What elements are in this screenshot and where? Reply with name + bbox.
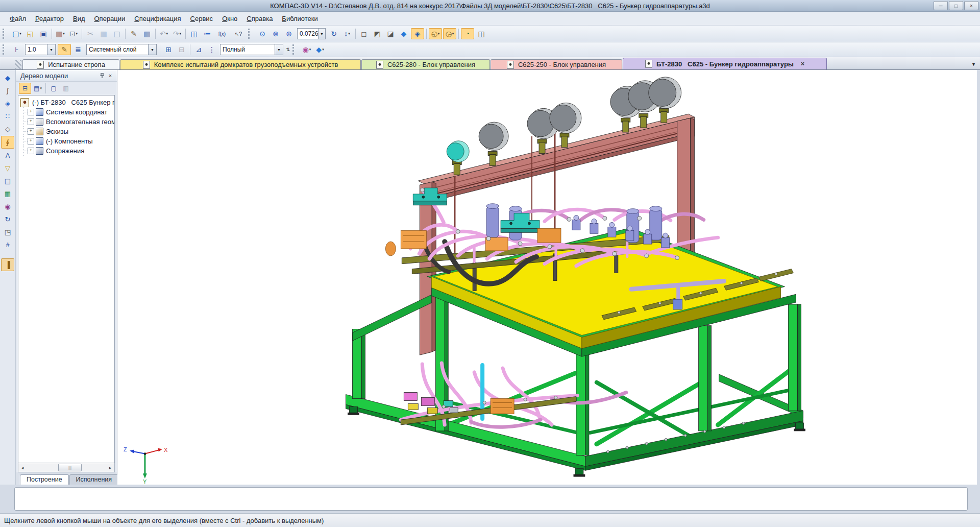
detail-level-combo[interactable]: Полный▼	[220, 44, 283, 55]
tree-horizontal-scrollbar[interactable]: ◂ ||| ▸	[18, 463, 115, 472]
maximize-button[interactable]: □	[949, 1, 963, 10]
tree-composition-button-dropdown-icon[interactable]: ▾	[40, 86, 42, 90]
model-appearance-button-dropdown-icon[interactable]: ▾	[322, 47, 324, 52]
zoom-in-button[interactable]: ⊕	[283, 28, 295, 39]
expand-icon[interactable]: +	[28, 128, 34, 135]
menu-item-4[interactable]: Спецификация	[130, 13, 185, 24]
tree-item-0[interactable]: (-) БТ-2830 С625 Бункер гидроаппаратуры	[20, 98, 114, 107]
new-document-button[interactable]: ▢▾	[11, 28, 23, 39]
specification-icon[interactable]: ▤	[2, 175, 14, 187]
toolbar-grip[interactable]	[3, 44, 8, 55]
toolbar-grip[interactable]	[292, 44, 298, 55]
auxiliary-geometry-icon[interactable]: ◇	[2, 123, 14, 135]
cursor-step-icon[interactable]: ⊦	[11, 44, 23, 55]
copy-button[interactable]: ▥	[97, 28, 110, 39]
minimize-button[interactable]: ─	[934, 1, 948, 10]
reports-icon[interactable]: ▦	[2, 188, 14, 200]
document-tab-4[interactable]: БТ-2830 С625 - Бункер гидроаппаратуры×	[623, 58, 827, 69]
tree-composition-button[interactable]: ▤▾	[32, 83, 43, 93]
layer-groups-button[interactable]: ⊟	[176, 44, 188, 55]
detail-level-combo-dropdown-icon[interactable]: ▼	[275, 44, 283, 55]
quick-planes-button-dropdown-icon[interactable]: ▾	[452, 32, 454, 36]
property-bar[interactable]	[14, 487, 968, 511]
redo-button-dropdown-icon[interactable]: ▾	[180, 32, 182, 36]
menu-item-7[interactable]: Справка	[242, 13, 277, 24]
pin-icon[interactable]	[98, 72, 106, 80]
pan-button[interactable]: ↕▾	[341, 28, 353, 39]
print-preview-button-dropdown-icon[interactable]: ▾	[76, 32, 78, 36]
tree-item-4[interactable]: +(-) Компоненты	[20, 136, 114, 146]
model-appearance-button[interactable]: ◆▾	[314, 44, 326, 55]
variables-button[interactable]: ≔	[201, 28, 213, 39]
properties-report-button[interactable]: ▥	[60, 83, 71, 93]
dimensions-display-button[interactable]: ◫	[475, 28, 487, 39]
current-layer-combo-dropdown-icon[interactable]: ▼	[148, 44, 156, 55]
menu-item-8[interactable]: Библиотеки	[277, 13, 322, 24]
panel-toggle-icon[interactable]: ▐	[1, 258, 14, 271]
shaded-edges-mode-button[interactable]: ◈	[411, 28, 424, 39]
toolbar-grip[interactable]	[3, 29, 8, 39]
cursor-step-combo[interactable]: 1.0▼	[25, 44, 56, 55]
open-document-button[interactable]: ◱	[24, 28, 36, 39]
close-tab-icon[interactable]: ×	[801, 60, 804, 67]
pan-button-dropdown-icon[interactable]: ▾	[348, 32, 350, 36]
close-panel-button[interactable]: ×	[106, 72, 114, 80]
undo-button-dropdown-icon[interactable]: ▾	[166, 32, 168, 36]
context-help-button[interactable]: ↖?	[231, 28, 246, 39]
zoom-auto-button[interactable]: ⊛	[270, 28, 282, 39]
paste-button[interactable]: ▤	[111, 28, 123, 39]
model-viewport[interactable]: X Y Z	[117, 70, 977, 485]
layers-icon[interactable]: ≣	[72, 44, 84, 55]
print-button-dropdown-icon[interactable]: ▾	[63, 32, 65, 36]
orientation-button[interactable]: ◵▾	[429, 28, 442, 39]
current-zoom-combo-dropdown-icon[interactable]: ▼	[318, 29, 325, 39]
placement-button[interactable]: ⊿	[192, 44, 205, 55]
model-display-button[interactable]: ◉▾	[301, 44, 313, 55]
tree-item-5[interactable]: +Сопряжения	[20, 146, 114, 156]
redo-button[interactable]: ↷▾	[171, 28, 183, 39]
hidden-lines-thin-mode-button[interactable]: ◪	[384, 28, 397, 39]
fx-variables-button[interactable]: f(x)	[214, 28, 230, 39]
document-tab-3[interactable]: С625-250 - Блок управления	[491, 59, 622, 69]
current-layer-combo[interactable]: Системный слой▼	[86, 44, 157, 55]
expand-icon[interactable]: +	[28, 148, 34, 154]
sketch-mode-button[interactable]: ✎	[58, 44, 71, 55]
shaded-mode-button[interactable]: ◆	[398, 28, 410, 39]
spatial-curves-icon[interactable]: ∫	[2, 85, 14, 97]
document-tab-0[interactable]: Испытание стропа	[22, 59, 119, 69]
expand-icon[interactable]: +	[28, 118, 34, 125]
model-display-button-dropdown-icon[interactable]: ▾	[309, 47, 311, 52]
print-preview-button[interactable]: ⊡▾	[67, 28, 80, 39]
orientation-button-dropdown-icon[interactable]: ▾	[438, 32, 440, 36]
expand-icon[interactable]: +	[28, 138, 34, 145]
print-button[interactable]: ▦▾	[54, 28, 66, 39]
cut-button[interactable]: ✂	[84, 28, 96, 39]
wireframe-mode-button[interactable]: ◻	[358, 28, 370, 39]
tree-item-2[interactable]: +Вспомогательная геометрия	[20, 117, 114, 127]
menu-item-2[interactable]: Вид	[68, 13, 90, 24]
surfaces-icon[interactable]: ◈	[2, 98, 14, 109]
scroll-right-icon[interactable]: ▸	[106, 465, 114, 470]
undo-button[interactable]: ↶▾	[158, 28, 170, 39]
zoom-by-frame-button[interactable]: ⊙	[256, 28, 268, 39]
cursor-step-combo-dropdown-icon[interactable]: ▼	[47, 44, 55, 55]
toolbar-grip[interactable]	[248, 29, 253, 39]
edit-assembly-icon[interactable]: ◆	[2, 72, 14, 84]
tab-list-dropdown[interactable]: ▼	[971, 62, 980, 67]
new-document-button-dropdown-icon[interactable]: ▾	[19, 32, 21, 36]
sheet-metal-icon[interactable]: ◳	[2, 226, 14, 238]
libraries-icon[interactable]: ◉	[2, 201, 14, 212]
layer-states-button[interactable]: ⊞	[162, 44, 175, 55]
relations-report-button[interactable]: ▢	[48, 83, 59, 93]
scrollbar-thumb[interactable]: |||	[58, 464, 82, 471]
hidden-lines-mode-button[interactable]: ◩	[371, 28, 383, 39]
document-tab-1[interactable]: Комплекс испытаний домкратов грузоподъем…	[120, 59, 361, 69]
quick-planes-button[interactable]: ◶▾	[443, 28, 456, 39]
expand-icon[interactable]: +	[28, 109, 34, 115]
arrays-icon[interactable]: ∷	[2, 110, 14, 122]
menu-item-0[interactable]: Файл	[5, 13, 31, 24]
filters-icon[interactable]: ▽	[2, 162, 14, 174]
copy-properties-button[interactable]: ✎	[128, 28, 140, 39]
menu-item-5[interactable]: Сервис	[186, 13, 218, 24]
rebuild-icon[interactable]: ↻	[2, 213, 14, 225]
